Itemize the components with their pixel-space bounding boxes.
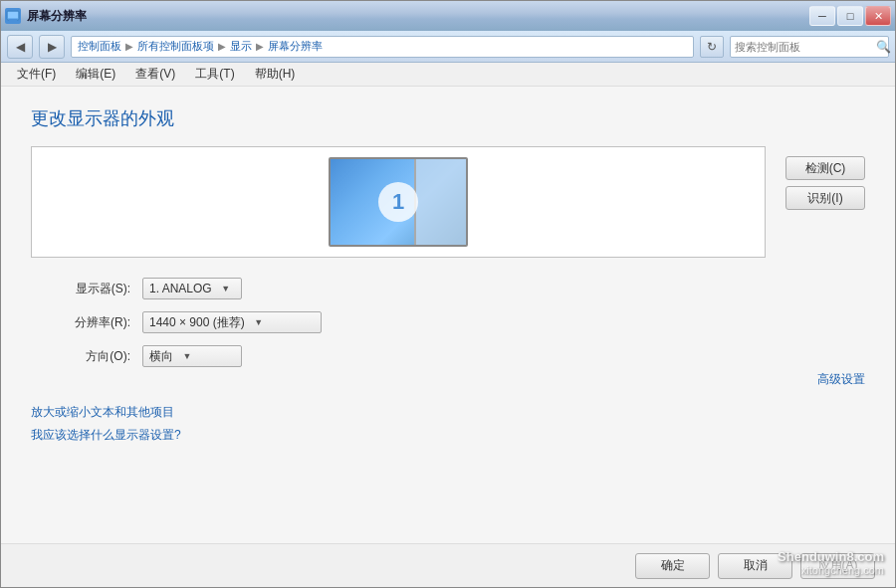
menu-file[interactable]: 文件(F): [9, 64, 64, 85]
help-links: 放大或缩小文本和其他项目 我应该选择什么显示器设置?: [31, 404, 865, 444]
resolution-label: 分辨率(R):: [41, 314, 130, 331]
display-select-wrapper: 1. ANALOG ▼: [142, 278, 242, 299]
orientation-dropdown-arrow: ▼: [179, 348, 195, 364]
display-value: 1. ANALOG: [149, 282, 212, 295]
monitor-number: 1: [378, 182, 418, 222]
identify-button[interactable]: 识别(I): [785, 186, 865, 210]
resolution-control: 1440 × 900 (推荐) ▼: [142, 311, 322, 333]
back-button[interactable]: ◀: [7, 35, 33, 59]
orientation-select-wrapper: 横向 ▼: [142, 345, 242, 367]
advanced-link-container: 高级设置: [31, 371, 865, 388]
monitor-screen: 1: [329, 157, 468, 247]
orientation-row: 方向(O): 横向 ▼: [41, 345, 865, 367]
resolution-select[interactable]: 1440 × 900 (推荐) ▼: [142, 311, 322, 333]
close-button[interactable]: ✕: [865, 6, 891, 26]
apply-button[interactable]: 应用(A): [800, 553, 875, 579]
help-link-settings[interactable]: 我应该选择什么显示器设置?: [31, 427, 865, 444]
display-label: 显示器(S):: [41, 281, 130, 297]
display-select[interactable]: 1. ANALOG ▼: [142, 278, 242, 299]
display-dropdown-arrow: ▼: [218, 281, 234, 296]
menu-bar: 文件(F) 编辑(E) 查看(V) 工具(T) 帮助(H): [1, 63, 895, 87]
forward-button[interactable]: ▶: [39, 35, 65, 59]
advanced-settings-link[interactable]: 高级设置: [817, 372, 865, 386]
path-sep-3: ▶: [256, 41, 264, 52]
resolution-row: 分辨率(R): 1440 × 900 (推荐) ▼: [41, 311, 865, 333]
resolution-dropdown-arrow: ▼: [251, 314, 267, 330]
ok-button[interactable]: 确定: [635, 553, 710, 579]
search-input[interactable]: [735, 41, 872, 53]
page-title: 更改显示器的外观: [31, 106, 865, 130]
cancel-button[interactable]: 取消: [718, 553, 792, 579]
minimize-button[interactable]: ─: [809, 6, 835, 26]
bottom-bar: 确定 取消 应用(A): [1, 543, 895, 587]
monitor-section: 1 检测(C) 识别(I): [31, 146, 865, 258]
path-item-3[interactable]: 显示: [230, 39, 252, 54]
svg-rect-1: [8, 12, 18, 18]
window-title: 屏幕分辨率: [27, 8, 87, 25]
svg-rect-2: [9, 19, 17, 21]
content-area: 更改显示器的外观 1 检测(C) 识别(I) 显示器(S):: [1, 87, 895, 543]
monitor-buttons: 检测(C) 识别(I): [785, 146, 865, 258]
title-bar-controls: ─ □ ✕: [809, 6, 891, 26]
monitor-image: 1: [329, 157, 468, 247]
resolution-select-wrapper: 1440 × 900 (推荐) ▼: [142, 311, 322, 333]
address-actions: ↻: [700, 36, 724, 58]
menu-help[interactable]: 帮助(H): [247, 64, 304, 85]
orientation-control: 横向 ▼: [142, 345, 242, 367]
search-icon[interactable]: 🔍: [876, 40, 891, 54]
search-box: 🔍: [730, 36, 889, 58]
display-control: 1. ANALOG ▼: [142, 278, 242, 299]
menu-tools[interactable]: 工具(T): [187, 64, 242, 85]
settings-section: 显示器(S): 1. ANALOG ▼ 分辨率(R): 1440 × 9: [41, 278, 865, 367]
detect-button[interactable]: 检测(C): [785, 156, 865, 180]
orientation-select[interactable]: 横向 ▼: [142, 345, 242, 367]
address-bar: ◀ ▶ 控制面板 ▶ 所有控制面板项 ▶ 显示 ▶ 屏幕分辨率 ↻ 🔍: [1, 31, 895, 63]
display-row: 显示器(S): 1. ANALOG ▼: [41, 278, 865, 299]
address-path: 控制面板 ▶ 所有控制面板项 ▶ 显示 ▶ 屏幕分辨率: [71, 36, 694, 58]
path-item-1[interactable]: 控制面板: [78, 39, 121, 54]
refresh-button[interactable]: ↻: [700, 36, 724, 58]
menu-view[interactable]: 查看(V): [127, 64, 183, 85]
help-link-zoom[interactable]: 放大或缩小文本和其他项目: [31, 404, 865, 421]
path-item-2[interactable]: 所有控制面板项: [137, 39, 214, 54]
path-sep-1: ▶: [125, 41, 133, 52]
resolution-value: 1440 × 900 (推荐): [149, 314, 245, 331]
title-bar: 屏幕分辨率 ─ □ ✕: [1, 1, 895, 31]
menu-edit[interactable]: 编辑(E): [68, 64, 123, 85]
main-window: 屏幕分辨率 ─ □ ✕ ◀ ▶ 控制面板 ▶ 所有控制面板项 ▶ 显示 ▶ 屏幕…: [0, 0, 896, 588]
maximize-button[interactable]: □: [837, 6, 863, 26]
monitor-preview-box: 1: [31, 146, 766, 258]
orientation-label: 方向(O):: [41, 348, 130, 365]
orientation-value: 横向: [149, 348, 173, 365]
path-sep-2: ▶: [218, 41, 226, 52]
path-item-4[interactable]: 屏幕分辨率: [268, 39, 323, 54]
title-bar-left: 屏幕分辨率: [5, 8, 87, 25]
window-icon: [5, 8, 21, 24]
